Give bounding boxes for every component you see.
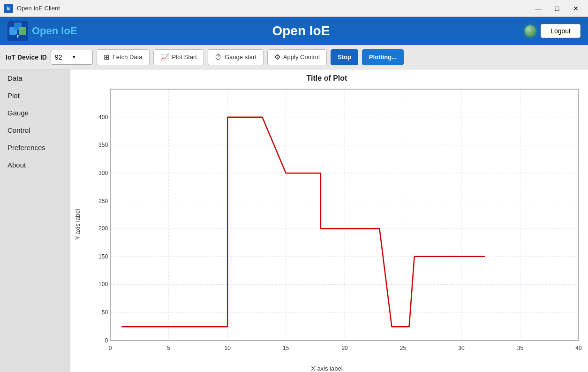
sidebar-item-control[interactable]: Control — [0, 121, 70, 139]
svg-text:10: 10 — [224, 345, 231, 351]
y-axis-label-container: Y-axis label — [70, 84, 84, 364]
apply-control-label: Apply Control — [283, 53, 320, 61]
x-axis-label: X-axis label — [311, 365, 342, 372]
chart-area: Title of Plot Y-axis label — [70, 69, 588, 372]
logo-icon: ε — [8, 21, 28, 41]
svg-text:400: 400 — [98, 114, 108, 121]
plotting-button[interactable]: Plotting... — [362, 49, 404, 65]
svg-rect-5 — [19, 27, 26, 35]
chevron-down-icon: ▾ — [73, 54, 89, 60]
chart-container: Y-axis label — [70, 84, 583, 364]
close-button[interactable]: ✕ — [567, 2, 584, 15]
logout-button[interactable]: Logout — [541, 24, 580, 38]
logo-text: Open IoE — [32, 25, 77, 37]
app-header: ε Open IoE Open IoE Logout — [0, 17, 588, 45]
sidebar-item-preferences[interactable]: Preferences — [0, 139, 70, 156]
device-id-value: 92 — [55, 53, 71, 61]
svg-text:300: 300 — [98, 170, 108, 176]
plot-start-label: Plot Start — [172, 53, 197, 61]
apply-control-icon: ⚙ — [274, 53, 280, 61]
app-logo: ε Open IoE — [8, 21, 77, 41]
svg-text:35: 35 — [517, 345, 524, 351]
titlebar: Iε Open IoE Client — □ ✕ — [0, 0, 588, 17]
svg-text:100: 100 — [98, 281, 108, 288]
svg-text:Iε: Iε — [7, 6, 10, 11]
svg-text:0: 0 — [109, 345, 112, 351]
main-content: Data Plot Gauge Control Preferences Abou… — [0, 69, 588, 372]
minimize-button[interactable]: — — [530, 2, 547, 15]
svg-text:350: 350 — [98, 142, 108, 148]
svg-text:50: 50 — [102, 309, 108, 316]
device-id-select[interactable]: 92 ▾ — [51, 50, 93, 65]
sidebar-item-about[interactable]: About — [0, 156, 70, 174]
plot-start-button[interactable]: 📈 Plot Start — [153, 49, 204, 65]
svg-text:30: 30 — [458, 345, 465, 351]
y-axis-label: Y-axis label — [74, 209, 81, 240]
svg-text:25: 25 — [400, 345, 407, 351]
fetch-data-button[interactable]: ⊞ Fetch Data — [97, 49, 150, 65]
sidebar: Data Plot Gauge Control Preferences Abou… — [0, 69, 70, 372]
chart-plot: 0 50 100 150 200 250 300 350 400 0 5 10 … — [84, 84, 583, 364]
gauge-start-icon: ⏱ — [215, 53, 222, 61]
svg-text:5: 5 — [167, 345, 170, 351]
apply-control-button[interactable]: ⚙ Apply Control — [267, 49, 327, 65]
maximize-button[interactable]: □ — [549, 2, 565, 15]
fetch-data-icon: ⊞ — [104, 53, 110, 61]
svg-text:250: 250 — [98, 198, 108, 205]
logo-open: Open — [32, 25, 61, 37]
header-title: Open IoE — [77, 23, 525, 38]
svg-text:15: 15 — [283, 345, 289, 351]
svg-rect-9 — [110, 89, 579, 341]
stop-button[interactable]: Stop — [331, 49, 358, 65]
svg-text:0: 0 — [105, 337, 108, 344]
logo-ioe: IoE — [61, 25, 77, 37]
svg-text:40: 40 — [575, 345, 582, 351]
sidebar-item-gauge[interactable]: Gauge — [0, 104, 70, 121]
window-title: Open IoE Client — [17, 5, 530, 12]
window-controls: — □ ✕ — [530, 2, 584, 15]
gauge-start-label: Gauge start — [225, 53, 256, 61]
toolbar: IoT Device ID 92 ▾ ⊞ Fetch Data 📈 Plot S… — [0, 45, 588, 69]
sidebar-item-plot[interactable]: Plot — [0, 87, 70, 104]
svg-text:200: 200 — [98, 225, 108, 232]
svg-text:150: 150 — [98, 253, 108, 260]
svg-text:20: 20 — [341, 345, 348, 351]
chart-title: Title of Plot — [307, 74, 347, 83]
sidebar-item-data[interactable]: Data — [0, 69, 70, 87]
header-right: Logout — [525, 24, 580, 38]
status-indicator — [525, 25, 536, 37]
plot-start-icon: 📈 — [160, 53, 169, 61]
app-icon: Iε — [4, 4, 13, 13]
fetch-data-label: Fetch Data — [113, 53, 143, 61]
device-id-label: IoT Device ID — [6, 53, 47, 61]
svg-text:ε: ε — [17, 34, 19, 38]
gauge-start-button[interactable]: ⏱ Gauge start — [208, 49, 264, 65]
chart-svg: 0 50 100 150 200 250 300 350 400 0 5 10 … — [84, 84, 583, 364]
